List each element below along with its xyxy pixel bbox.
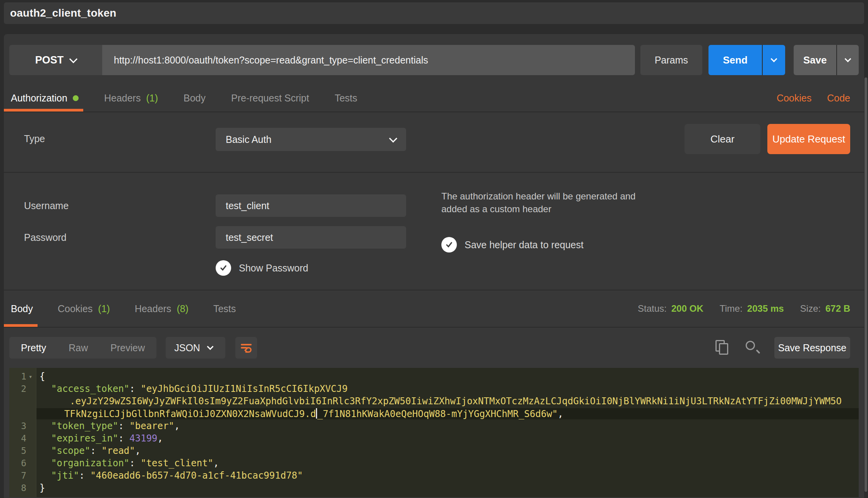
send-options-button[interactable] — [763, 45, 785, 75]
tab-label: Authorization — [11, 93, 67, 104]
request-title: oauth2_client_token — [10, 7, 117, 19]
tab-headers[interactable]: Headers(1) — [103, 84, 160, 112]
password-field[interactable] — [216, 226, 406, 249]
tab-count-badge: (8) — [177, 303, 189, 314]
meta-value: 672 B — [825, 303, 850, 314]
format-select[interactable]: JSON — [166, 337, 225, 359]
method-url-group: POST http://host1:8000/oauth/token?scope… — [9, 45, 635, 75]
update-request-button[interactable]: Update Request — [767, 124, 850, 154]
save-response-button[interactable]: Save Response — [774, 337, 850, 359]
meta-label: Time: — [720, 303, 743, 314]
request-tab-list: AuthorizationHeaders(1)BodyPre-request S… — [9, 84, 381, 112]
response-toolbar: PrettyRawPreview JSON Save Response — [4, 328, 864, 368]
window-title-bar: oauth2_client_token — [4, 2, 864, 24]
wrap-text-button[interactable] — [235, 337, 257, 359]
tab-count-badge: (1) — [146, 93, 158, 104]
auth-form: Username Password Show Password The auth… — [4, 173, 864, 290]
show-password-checkbox[interactable]: Show Password — [216, 260, 406, 276]
copy-button[interactable] — [714, 339, 731, 356]
wrap-text-icon — [240, 341, 253, 354]
request-builder-row: POST http://host1:8000/oauth/token?scope… — [9, 45, 859, 75]
code-line: 3"token_type": "bearer", — [9, 420, 859, 432]
green-dot-icon — [73, 95, 79, 101]
tab-authorization[interactable]: Authorization — [9, 84, 80, 112]
save-options-button[interactable] — [837, 45, 859, 75]
username-field[interactable] — [216, 194, 406, 217]
view-mode-raw[interactable]: Raw — [69, 342, 88, 354]
code-text: TFkNzgiLCJjbGllbnRfaWQiOiJ0ZXN0X2NsaWVud… — [36, 408, 859, 419]
response-tab-tests[interactable]: Tests — [212, 290, 237, 327]
chevron-down-icon — [771, 56, 777, 62]
code-text: { — [36, 371, 859, 382]
checkmark-icon — [441, 237, 457, 252]
tab-tests[interactable]: Tests — [333, 84, 359, 112]
http-method-value: POST — [35, 54, 64, 66]
auth-type-select[interactable]: Basic Auth — [216, 128, 406, 151]
response-header: BodyCookies(1)Headers(8)Tests Status:200… — [4, 290, 864, 327]
view-mode-pretty[interactable]: Pretty — [21, 342, 46, 354]
checkmark-icon — [216, 260, 231, 276]
send-button[interactable]: Send — [708, 45, 762, 75]
params-button[interactable]: Params — [640, 45, 702, 75]
fold-arrow-icon[interactable]: ▾ — [29, 373, 36, 380]
send-split-button: Send — [708, 45, 785, 75]
code-line: 1▾{ — [9, 370, 859, 383]
tab-label: Tests — [213, 303, 236, 314]
search-button[interactable] — [744, 339, 761, 356]
search-icon — [746, 341, 755, 350]
response-tab-headers[interactable]: Headers(8) — [133, 290, 190, 327]
http-method-select[interactable]: POST — [9, 45, 102, 75]
line-number: 7 — [9, 471, 36, 481]
code-line: 7"jti": "460eadd6-b657-4d70-a1cf-41bcac9… — [9, 469, 859, 482]
response-tab-cookies[interactable]: Cookies(1) — [56, 290, 112, 327]
url-input[interactable]: http://host1:8000/oauth/token?scope=read… — [102, 45, 635, 75]
window-scrollbar[interactable] — [865, 77, 867, 492]
chevron-down-icon — [845, 56, 851, 62]
code-line: 2"access_token": "eyJhbGciOiJIUzI1NiIsIn… — [9, 383, 859, 395]
clear-button[interactable]: Clear — [684, 124, 760, 154]
code-line: TFkNzgiLCJjbGllbnRfaWQiOiJ0ZXN0X2NsaWVud… — [9, 407, 859, 420]
tab-pre-request-script[interactable]: Pre-request Script — [230, 84, 310, 112]
view-mode-preview[interactable]: Preview — [110, 342, 145, 354]
meta-time: Time:2035 ms — [720, 303, 784, 314]
code-text: .eyJzY29wZSI6WyJyZWFkIl0sIm9yZ2FuaXphdGl… — [36, 396, 859, 407]
save-split-button: Save — [794, 45, 859, 75]
chevron-down-icon — [69, 55, 77, 63]
code-line: 8} — [9, 482, 859, 494]
line-number: 4 — [9, 433, 36, 443]
code-text: "jti": "460eadd6-b657-4d70-a1cf-41bcac99… — [36, 470, 859, 481]
cookies-link[interactable]: Cookies — [777, 93, 811, 104]
response-tab-body[interactable]: Body — [9, 290, 34, 327]
tab-body[interactable]: Body — [182, 84, 207, 112]
code-text: "token_type": "bearer", — [36, 421, 859, 431]
tab-label: Headers — [104, 93, 141, 104]
tab-label: Pre-request Script — [231, 93, 309, 104]
line-number: 6 — [9, 458, 36, 468]
response-meta: Status:200 OKTime:2035 msSize:672 B — [638, 290, 850, 327]
meta-label: Status: — [638, 303, 667, 314]
save-button[interactable]: Save — [794, 45, 836, 75]
chevron-down-icon — [207, 343, 213, 350]
tab-label: Headers — [135, 303, 172, 314]
meta-size: Size:672 B — [800, 303, 850, 314]
type-label: Type — [24, 133, 216, 172]
tab-label: Body — [184, 93, 206, 104]
show-password-label: Show Password — [239, 263, 308, 274]
response-body-viewer[interactable]: 1▾{2"access_token": "eyJhbGciOiJIUzI1NiI… — [9, 368, 859, 497]
tab-count-badge: (1) — [98, 303, 110, 314]
tab-label: Tests — [335, 93, 357, 104]
code-text: } — [36, 483, 859, 493]
response-json: 1▾{2"access_token": "eyJhbGciOiJIUzI1NiI… — [9, 368, 859, 494]
code-line: 6"organization": "test_client", — [9, 457, 859, 469]
view-mode-group: PrettyRawPreview — [9, 337, 156, 359]
main-panel: POST http://host1:8000/oauth/token?scope… — [4, 34, 864, 498]
password-label: Password — [24, 232, 216, 243]
code-line: .eyJzY29wZSI6WyJyZWFkIl0sIm9yZ2FuaXphdGl… — [9, 395, 859, 407]
url-value: http://host1:8000/oauth/token?scope=read… — [114, 55, 428, 66]
auth-helper-column: The authorization header will be generat… — [441, 190, 681, 252]
response-tab-list: BodyCookies(1)Headers(8)Tests — [9, 290, 259, 327]
code-link[interactable]: Code — [827, 93, 850, 104]
tab-label: Cookies — [58, 303, 93, 314]
save-helper-checkbox[interactable]: Save helper data to request — [441, 237, 681, 252]
meta-status: Status:200 OK — [638, 303, 703, 314]
